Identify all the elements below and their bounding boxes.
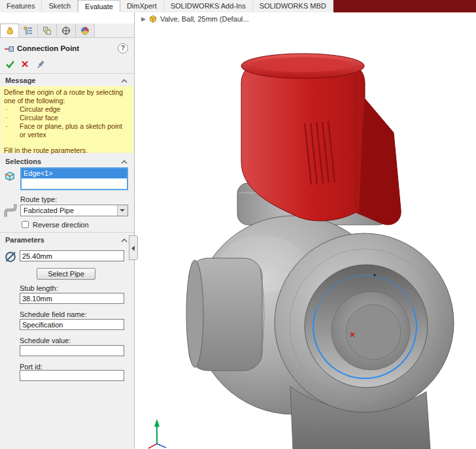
panel-top-gap (0, 12, 134, 24)
message-intro: Define the origin of a route by selectin… (4, 88, 130, 105)
section-label: Selections (5, 158, 41, 165)
selection-listbox[interactable]: Edge<1> (20, 167, 128, 190)
valve-model[interactable] (135, 12, 476, 449)
message-bullet: · Circular edge (4, 105, 130, 114)
route-type-label: Route type: (20, 195, 57, 203)
section-header-message[interactable]: Message (0, 76, 134, 86)
select-pipe-button[interactable]: Select Pipe (37, 268, 95, 280)
reverse-direction-checkbox[interactable] (22, 221, 29, 228)
bullet-text: Circular edge (20, 105, 130, 114)
port-id-field[interactable] (20, 370, 124, 381)
valve-front-port[interactable] (275, 233, 454, 412)
message-bullet: · Face or plane, plus a sketch point or … (4, 122, 130, 139)
reverse-direction-label: Reverse direction (33, 221, 89, 229)
section-label: Message (5, 76, 35, 84)
schedule-value-label: Schedule value: (20, 337, 71, 344)
stub-length-field[interactable] (20, 293, 124, 304)
section-label: Parameters (5, 236, 44, 244)
divider (0, 232, 134, 233)
tab-display-manager[interactable] (76, 24, 95, 37)
dropdown-button[interactable] (117, 205, 128, 216)
bullet-text: Circular face (20, 114, 130, 122)
property-manager-actions (0, 58, 134, 71)
feature-manager-icon (23, 25, 33, 36)
message-footer: Fill in the route parameters. (4, 146, 130, 155)
graphics-area[interactable]: ▶ Valve, Ball, 25mm (Defaul... (134, 12, 476, 449)
tab-feature-manager[interactable] (19, 24, 38, 37)
tab-solidworks-add-ins[interactable]: SOLIDWORKS Add-Ins (164, 0, 253, 12)
pin-icon[interactable] (35, 59, 46, 70)
schedule-field-name-field[interactable] (20, 319, 124, 330)
collapse-chevron-icon[interactable] (121, 160, 128, 164)
part-icon (148, 14, 158, 24)
tab-property-manager[interactable] (0, 24, 19, 37)
bullet-marker: · (4, 105, 20, 114)
bullet-text: Face or plane, plus a sketch point or ve… (20, 122, 130, 139)
collapse-chevron-icon[interactable] (121, 239, 128, 242)
tree-expand-arrow-icon[interactable]: ▶ (141, 16, 146, 22)
route-pipe-icon (3, 203, 18, 218)
chevron-left-icon (131, 246, 135, 251)
cancel-button[interactable] (20, 59, 29, 69)
connection-point-icon (4, 44, 14, 54)
tab-evaluate[interactable]: Evaluate (78, 0, 120, 12)
tab-sketch[interactable]: Sketch (42, 0, 78, 12)
configuration-manager-icon (42, 25, 52, 36)
bullet-marker: · (4, 114, 20, 122)
schedule-field-name-label: Schedule field name: (20, 310, 87, 318)
edge-selection-icon (3, 169, 16, 182)
valve-handle[interactable] (241, 54, 401, 225)
property-manager-hand-icon (5, 25, 15, 36)
bullet-marker: · (4, 122, 20, 139)
titlebar-red-strip (333, 0, 476, 12)
section-header-selections[interactable]: Selections (0, 157, 134, 167)
dimxpert-manager-icon (61, 25, 71, 36)
orientation-triad (148, 419, 166, 448)
route-type-value: Fabricated Pipe (24, 207, 74, 214)
selection-list-item[interactable]: Edge<1> (22, 169, 127, 178)
connection-point-marker (373, 274, 376, 276)
message-box: Define the origin of a route by selectin… (1, 86, 133, 153)
schedule-value-field[interactable] (20, 345, 124, 356)
stub-length-label: Stub length: (20, 284, 58, 292)
solidworks-window: Features Sketch Evaluate DimXpert SOLIDW… (0, 0, 476, 449)
manager-tab-strip (0, 24, 134, 38)
property-manager-header: Connection Point ? (0, 42, 134, 56)
property-manager-panel: Connection Point ? Message (0, 12, 134, 449)
display-manager-icon (80, 25, 90, 36)
page-title: Connection Point (17, 44, 79, 52)
tab-solidworks-mbd[interactable]: SOLIDWORKS MBD (253, 0, 333, 12)
section-header-parameters[interactable]: Parameters (0, 235, 134, 246)
ok-button[interactable] (5, 59, 15, 69)
help-icon[interactable]: ? (118, 43, 128, 54)
feature-tree-flyout[interactable]: ▶ Valve, Ball, 25mm (Defaul... (141, 14, 248, 24)
diameter-icon (3, 249, 18, 263)
collapse-chevron-icon[interactable] (121, 79, 128, 83)
route-type-dropdown[interactable]: Fabricated Pipe (20, 205, 128, 216)
feature-tree-node-label[interactable]: Valve, Ball, 25mm (Defaul... (160, 15, 249, 23)
panel-collapse-tab[interactable] (129, 235, 138, 260)
chevron-down-icon (120, 209, 125, 212)
tab-dimxpert[interactable]: DimXpert (120, 0, 164, 12)
message-bullet: · Circular face (4, 114, 130, 122)
tab-configuration-manager[interactable] (38, 24, 57, 37)
tab-dimxpert-manager[interactable] (57, 24, 76, 37)
diameter-field[interactable] (20, 250, 124, 261)
command-manager-tabs: Features Sketch Evaluate DimXpert SOLIDW… (0, 0, 476, 13)
divider (0, 73, 134, 74)
tab-features[interactable]: Features (0, 0, 42, 12)
